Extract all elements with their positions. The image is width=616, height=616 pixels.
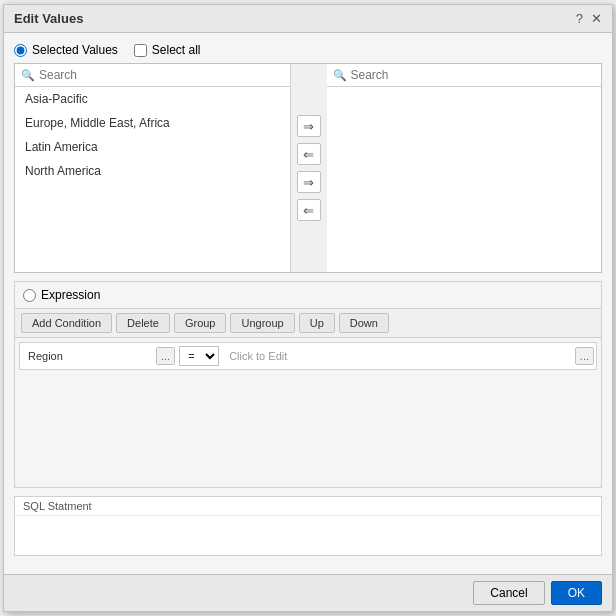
right-search-input[interactable] — [351, 68, 596, 82]
edit-values-dialog: Edit Values ? ✕ Selected Values Select a… — [3, 4, 613, 612]
list-item[interactable]: Europe, Middle East, Africa — [15, 111, 290, 135]
right-list-items — [327, 87, 602, 272]
move-all-right-button[interactable]: ⇒ — [297, 171, 321, 193]
transfer-arrows: ⇒ ⇐ ⇒ ⇐ — [291, 64, 327, 272]
expression-toolbar: Add Condition Delete Group Ungroup Up Do… — [15, 309, 601, 338]
condition-field: Region — [22, 347, 152, 365]
group-button[interactable]: Group — [174, 313, 227, 333]
left-list-items: Asia-Pacific Europe, Middle East, Africa… — [15, 87, 290, 272]
condition-value[interactable]: Click to Edit — [223, 347, 571, 365]
ok-button[interactable]: OK — [551, 581, 602, 605]
value-picker-button[interactable]: ... — [575, 347, 594, 365]
dialog-footer: Cancel OK — [4, 574, 612, 611]
up-button[interactable]: Up — [299, 313, 335, 333]
selected-values-label: Selected Values — [32, 43, 118, 57]
down-button[interactable]: Down — [339, 313, 389, 333]
expression-table: Region ... = != < > Click to Edit ... — [15, 338, 601, 487]
field-picker-button[interactable]: ... — [156, 347, 175, 365]
expression-radio[interactable] — [23, 289, 36, 302]
move-left-button[interactable]: ⇐ — [297, 143, 321, 165]
left-search-input[interactable] — [39, 68, 284, 82]
radio-controls: Selected Values Select all — [14, 43, 602, 57]
operator-select[interactable]: = != < > — [179, 346, 219, 366]
expression-section: Expression Add Condition Delete Group Un… — [14, 281, 602, 488]
move-all-left-button[interactable]: ⇐ — [297, 199, 321, 221]
list-item[interactable]: Latin America — [15, 135, 290, 159]
close-icon[interactable]: ✕ — [591, 11, 602, 26]
move-right-button[interactable]: ⇒ — [297, 115, 321, 137]
help-icon[interactable]: ? — [576, 11, 583, 26]
list-item[interactable]: Asia-Pacific — [15, 87, 290, 111]
sql-content — [15, 516, 601, 555]
delete-button[interactable]: Delete — [116, 313, 170, 333]
left-search-icon: 🔍 — [21, 69, 35, 82]
sql-section: SQL Statment — [14, 496, 602, 556]
sql-label: SQL Statment — [15, 497, 601, 516]
list-container: 🔍 Asia-Pacific Europe, Middle East, Afri… — [14, 63, 602, 273]
condition-row: Region ... = != < > Click to Edit ... — [19, 342, 597, 370]
list-item[interactable]: North America — [15, 159, 290, 183]
select-all-checkbox[interactable]: Select all — [134, 43, 201, 57]
expression-label: Expression — [41, 288, 100, 302]
add-condition-button[interactable]: Add Condition — [21, 313, 112, 333]
right-panel: 🔍 — [327, 64, 602, 272]
left-panel: 🔍 Asia-Pacific Europe, Middle East, Afri… — [15, 64, 291, 272]
left-search-box[interactable]: 🔍 — [15, 64, 290, 87]
select-all-label: Select all — [152, 43, 201, 57]
expression-header: Expression — [15, 282, 601, 309]
cancel-button[interactable]: Cancel — [473, 581, 544, 605]
dialog-title: Edit Values — [14, 11, 83, 26]
dialog-body: Selected Values Select all 🔍 Asia-Pacifi… — [4, 33, 612, 574]
right-search-box[interactable]: 🔍 — [327, 64, 602, 87]
titlebar-actions: ? ✕ — [576, 11, 602, 26]
dialog-titlebar: Edit Values ? ✕ — [4, 5, 612, 33]
selected-values-radio[interactable]: Selected Values — [14, 43, 118, 57]
right-search-icon: 🔍 — [333, 69, 347, 82]
ungroup-button[interactable]: Ungroup — [230, 313, 294, 333]
